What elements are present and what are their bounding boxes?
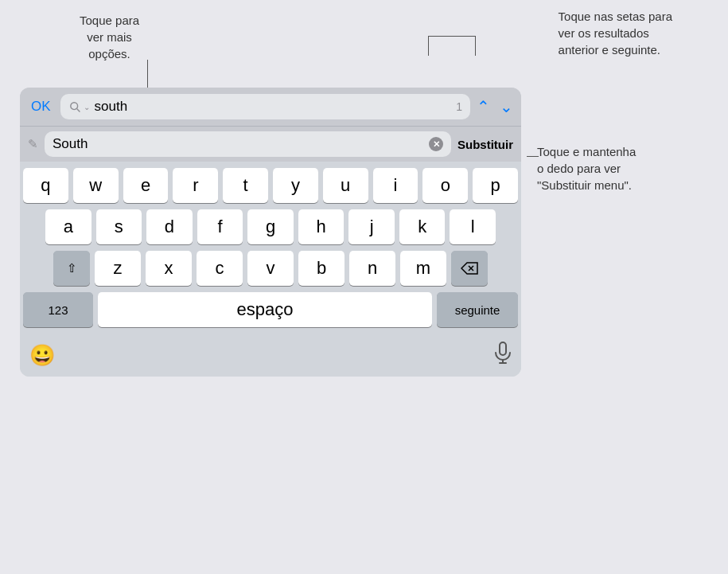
next-key[interactable]: seguinte <box>437 292 518 327</box>
keyboard-panel: OK ⌄ south 1 ⌃ ⌄ ✎ South ✕ Substituir <box>20 88 521 377</box>
mic-icon <box>494 342 512 364</box>
key-z[interactable]: z <box>95 251 141 286</box>
key-row-2: a s d f g h j k l <box>23 209 518 244</box>
key-c[interactable]: c <box>197 251 243 286</box>
svg-point-0 <box>70 103 77 110</box>
key-h[interactable]: h <box>298 209 345 244</box>
key-b[interactable]: b <box>298 251 345 286</box>
search-field: ⌄ south 1 <box>60 94 470 119</box>
replace-annotation-line <box>527 156 539 157</box>
annotation-bracket <box>428 36 476 56</box>
replace-button[interactable]: Substituir <box>457 138 513 151</box>
annotation-area: Toque paraver maisopções. Toque nas seta… <box>0 0 728 88</box>
key-e[interactable]: e <box>123 168 169 203</box>
key-x[interactable]: x <box>146 251 192 286</box>
key-k[interactable]: k <box>399 209 446 244</box>
key-s[interactable]: s <box>96 209 142 244</box>
search-icon-wrap: ⌄ <box>68 100 90 113</box>
key-v[interactable]: v <box>247 251 294 286</box>
replace-text[interactable]: South <box>53 136 424 152</box>
svg-line-1 <box>76 109 80 112</box>
key-n[interactable]: n <box>349 251 395 286</box>
key-d[interactable]: d <box>146 209 193 244</box>
mic-button[interactable] <box>494 342 512 369</box>
edit-icon: ✎ <box>28 137 38 151</box>
num-key[interactable]: 123 <box>23 292 93 327</box>
svg-rect-4 <box>500 342 506 355</box>
annotation-right-side: Toque e mantenhao dedo para ver"Substitu… <box>537 143 720 193</box>
annotation-top-left: Toque paraver maisopções. <box>80 12 139 62</box>
nav-arrows: ⌃ ⌄ <box>477 99 513 115</box>
shift-key[interactable]: ⇧ <box>53 251 90 286</box>
key-q[interactable]: q <box>23 168 68 203</box>
key-t[interactable]: t <box>223 168 268 203</box>
key-p[interactable]: p <box>473 168 518 203</box>
keyboard-keys: q w e r t y u i o p a s d f g h j k l ⇧ <box>20 162 521 337</box>
emoji-button[interactable]: 😀 <box>29 343 55 368</box>
key-r[interactable]: r <box>173 168 218 203</box>
find-bar: OK ⌄ south 1 ⌃ ⌄ <box>20 88 521 126</box>
key-a[interactable]: a <box>45 209 91 244</box>
key-m[interactable]: m <box>400 251 446 286</box>
clear-replace-button[interactable]: ✕ <box>429 137 443 151</box>
backspace-key[interactable] <box>451 251 488 286</box>
key-i[interactable]: i <box>373 168 419 203</box>
key-u[interactable]: u <box>323 168 368 203</box>
next-result-button[interactable]: ⌄ <box>500 99 513 115</box>
ok-button[interactable]: OK <box>28 99 54 115</box>
search-icon <box>68 100 81 113</box>
key-f[interactable]: f <box>197 209 243 244</box>
key-row-1: q w e r t y u i o p <box>23 168 518 203</box>
replace-bar: ✎ South ✕ Substituir <box>20 126 521 162</box>
result-count: 1 <box>456 100 462 113</box>
key-o[interactable]: o <box>422 168 468 203</box>
key-w[interactable]: w <box>73 168 119 203</box>
annotation-right-text: Toque e mantenhao dedo para ver"Substitu… <box>537 143 720 193</box>
backspace-icon <box>461 262 478 275</box>
key-l[interactable]: l <box>450 209 496 244</box>
space-key[interactable]: espaço <box>98 292 432 327</box>
annotation-top-right: Toque nas setas paraver os resultadosant… <box>559 8 672 58</box>
key-y[interactable]: y <box>273 168 318 203</box>
bottom-bar: 😀 <box>20 337 521 377</box>
key-row-4: 123 espaço seguinte <box>23 292 518 327</box>
search-chevron-icon[interactable]: ⌄ <box>84 103 90 111</box>
search-text[interactable]: south <box>95 99 452 115</box>
key-g[interactable]: g <box>247 209 294 244</box>
key-row-3: ⇧ z x c v b n m <box>23 251 518 286</box>
prev-result-button[interactable]: ⌃ <box>477 99 490 115</box>
key-j[interactable]: j <box>348 209 395 244</box>
